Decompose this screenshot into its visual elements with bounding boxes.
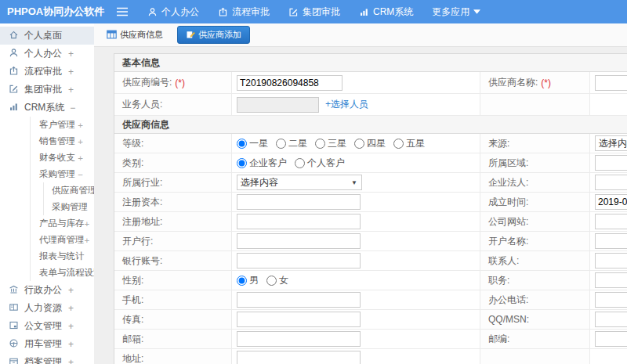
required-marker: (*) — [541, 77, 551, 88]
supplier-code-input[interactable] — [237, 75, 342, 91]
nav-item-workflow-approval[interactable]: 流程审批 — [218, 5, 270, 19]
radio-option[interactable]: 一星 — [237, 137, 268, 150]
radio-option[interactable]: 男 — [237, 274, 259, 287]
expander-icon[interactable]: + — [78, 153, 83, 163]
contact-input[interactable] — [595, 253, 627, 268]
collapse-icon[interactable]: − — [78, 170, 83, 179]
radio-option[interactable]: 企业客户 — [237, 157, 287, 170]
region-input[interactable] — [595, 155, 627, 171]
radio-input[interactable] — [393, 139, 404, 149]
field-label: 手机: — [114, 290, 232, 309]
bank-input[interactable] — [237, 233, 361, 249]
empty-cell — [480, 349, 590, 364]
expander-icon[interactable]: + — [68, 85, 74, 96]
position-input[interactable] — [595, 272, 627, 288]
sidebar-subitem-form-workflow-settings[interactable]: 表单与流程设置 + — [31, 265, 94, 281]
sidebar-item-admin-office[interactable]: 行政办公 + — [0, 281, 94, 299]
radio-option[interactable]: 女 — [266, 274, 288, 287]
field-label: 性别: — [114, 271, 232, 290]
sidebar-item-document-mgmt[interactable]: 公文管理 + — [0, 317, 94, 335]
radio-input[interactable] — [237, 158, 247, 168]
form-row: 所属行业: 选择内容▼ 企业法人: — [114, 173, 627, 193]
radio-input[interactable] — [266, 276, 277, 286]
sidebar-item-archive-mgmt[interactable]: 档案管理 + — [0, 353, 94, 364]
nav-item-more-apps[interactable]: 更多应用 — [432, 5, 480, 19]
mobile-input[interactable] — [237, 292, 361, 308]
industry-select[interactable]: 选择内容▼ — [237, 175, 362, 190]
radio-input[interactable] — [354, 139, 364, 149]
expander-icon[interactable]: + — [68, 67, 74, 77]
expander-icon[interactable]: + — [68, 339, 74, 350]
sidebar-item-vehicle-mgmt[interactable]: 用车管理 + — [0, 335, 94, 353]
sidebar-item-label: 表单与流程设置 — [39, 267, 94, 279]
expander-icon[interactable]: + — [85, 219, 90, 229]
qq-msn-input[interactable] — [595, 312, 627, 327]
business-person-input[interactable] — [237, 97, 319, 113]
sidebar-item-crm[interactable]: CRM系统 − — [0, 99, 94, 117]
company-website-input[interactable] — [595, 214, 627, 229]
email-input[interactable] — [237, 331, 361, 347]
radio-input[interactable] — [237, 276, 247, 286]
sidebar-subitem-supplier-mgmt[interactable]: 供应商管理 — [44, 182, 94, 199]
sidebar-subitem-finance[interactable]: 财务收支 + — [31, 150, 94, 166]
sidebar-item-label: 用车管理 — [24, 337, 62, 351]
tab-supplier-add[interactable]: 供应商添加 — [177, 26, 250, 44]
office-phone-input[interactable] — [595, 292, 627, 308]
sidebar-item-group-approval[interactable]: 集团审批 + — [0, 81, 94, 99]
hamburger-menu-icon[interactable] — [116, 6, 129, 17]
choose-person-link[interactable]: +选择人员 — [325, 98, 368, 111]
radio-option[interactable]: 三星 — [315, 137, 346, 150]
expander-icon[interactable]: + — [85, 236, 90, 245]
expander-icon[interactable]: + — [68, 303, 74, 314]
sidebar-item-label: 个人桌面 — [24, 29, 62, 42]
sidebar-item-label: 公文管理 — [24, 319, 62, 333]
sidebar-subitem-agent-mgmt[interactable]: 代理商管理 + — [31, 232, 94, 248]
address-input[interactable] — [237, 351, 361, 364]
sidebar-item-personal-desktop[interactable]: 个人桌面 — [0, 27, 94, 45]
fax-input[interactable] — [237, 312, 361, 327]
sidebar-item-label: 报表与统计 — [39, 250, 85, 262]
radio-input[interactable] — [237, 139, 247, 149]
radio-input[interactable] — [315, 139, 325, 149]
radio-option[interactable]: 四星 — [354, 137, 386, 150]
radio-input[interactable] — [295, 158, 305, 168]
zip-input[interactable] — [595, 331, 627, 347]
expander-icon[interactable]: + — [78, 137, 83, 146]
category-radio-group: 企业客户个人客户 — [237, 157, 353, 170]
radio-option[interactable]: 五星 — [393, 137, 425, 150]
registered-address-input[interactable] — [237, 214, 361, 229]
expander-icon[interactable]: + — [68, 321, 74, 332]
account-name-input[interactable] — [595, 233, 627, 249]
source-select[interactable]: 选择内容▼ — [595, 135, 627, 151]
sidebar-subitem-purchasing[interactable]: 采购管理 — [44, 199, 94, 215]
sidebar-subitem-reports-stats[interactable]: 报表与统计 — [31, 248, 94, 265]
sidebar-subitem-products-inventory[interactable]: 产品与库存 + — [31, 215, 94, 232]
sidebar-subitem-sales-mgmt[interactable]: 销售管理 + — [31, 133, 94, 150]
radio-input[interactable] — [276, 139, 286, 149]
field-label: 注册地址: — [114, 212, 232, 231]
expander-icon[interactable]: + — [68, 357, 74, 364]
nav-item-crm-system[interactable]: CRM系统 — [359, 5, 413, 19]
level-radio-group: 一星二星三星四星五星 — [237, 137, 433, 150]
radio-option[interactable]: 二星 — [276, 137, 307, 150]
collapse-icon[interactable]: − — [70, 103, 75, 114]
nav-item-group-approval[interactable]: 集团审批 — [288, 5, 340, 19]
established-date-input[interactable] — [595, 194, 627, 210]
sidebar-subitem-customer-mgmt[interactable]: 客户管理 + — [31, 117, 94, 133]
registered-capital-input[interactable] — [237, 194, 361, 210]
sidebar-item-workflow-approval[interactable]: 流程审批 + — [0, 63, 94, 81]
bank-account-input[interactable] — [237, 253, 361, 268]
expander-icon[interactable]: + — [68, 285, 74, 296]
expander-icon[interactable]: + — [78, 121, 83, 130]
radio-option[interactable]: 个人客户 — [295, 157, 345, 170]
tab-supplier-info[interactable]: 供应商信息 — [103, 27, 166, 43]
expander-icon[interactable]: + — [68, 49, 74, 59]
radio-option-label: 五星 — [406, 137, 425, 150]
form-row: 供应商编号: (*) 供应商名称: (*) — [114, 72, 627, 94]
supplier-name-input[interactable] — [595, 75, 627, 91]
sidebar-subitem-purchase-mgmt[interactable]: 采购管理 − — [31, 166, 94, 182]
sidebar-item-human-resources[interactable]: 人力资源 + — [0, 299, 94, 317]
legal-person-input[interactable] — [595, 175, 627, 190]
sidebar-item-personal-office[interactable]: 个人办公 + — [0, 45, 94, 63]
nav-item-personal-office[interactable]: 个人办公 — [147, 5, 199, 19]
